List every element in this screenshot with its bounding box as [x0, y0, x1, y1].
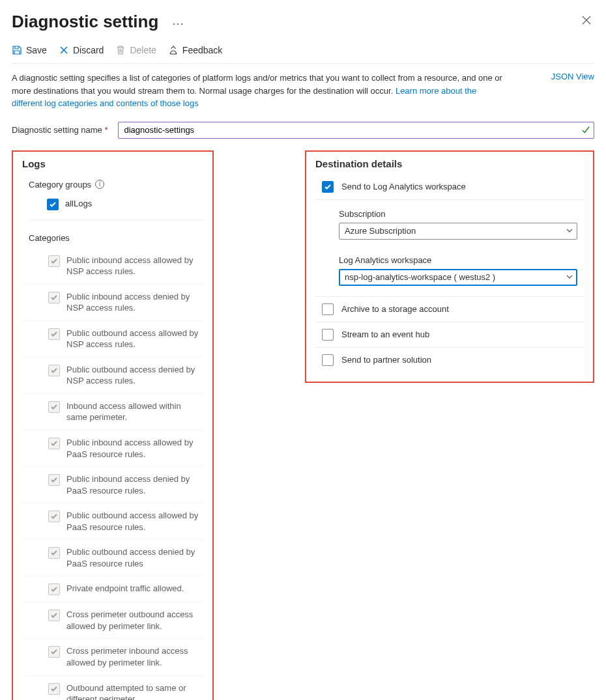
partner-label: Send to partner solution — [341, 355, 431, 365]
send-law-label: Send to Log Analytics workspace — [341, 182, 466, 191]
category-label: Public inbound access denied by NSP acce… — [66, 291, 203, 314]
category-checkbox — [48, 511, 60, 522]
category-label: Public outbound access allowed by NSP ac… — [66, 328, 203, 350]
category-label: Cross perimeter inbound access allowed b… — [66, 645, 203, 668]
category-label: Public inbound access allowed by NSP acc… — [66, 255, 203, 277]
category-checkbox — [48, 646, 60, 658]
category-checkbox — [48, 292, 60, 303]
feedback-button[interactable]: Feedback — [168, 45, 222, 55]
category-row: Public outbound access denied by PaaS re… — [22, 540, 203, 576]
category-checkbox — [48, 547, 60, 559]
archive-label: Archive to a storage account — [341, 304, 449, 314]
category-groups-label: Category groups i — [22, 175, 203, 195]
category-row: Public outbound access allowed by PaaS r… — [22, 503, 203, 540]
category-checkbox — [48, 365, 60, 376]
category-row: Public inbound access allowed by PaaS re… — [22, 430, 203, 467]
category-label: Cross perimeter outbound access allowed … — [66, 609, 203, 632]
destination-title: Destination details — [315, 158, 584, 175]
all-logs-label: allLogs — [65, 199, 92, 208]
category-checkbox — [48, 255, 60, 267]
category-row: Public inbound access denied by NSP acce… — [22, 285, 203, 321]
category-checkbox — [48, 401, 60, 413]
category-label: Public outbound access denied by PaaS re… — [66, 546, 203, 569]
command-toolbar: Save Discard Delete Feedback — [12, 32, 594, 64]
category-label: Public inbound access allowed by PaaS re… — [66, 437, 203, 460]
description-text: A diagnostic setting specifies a list of… — [12, 72, 507, 110]
delete-label: Delete — [130, 45, 156, 55]
category-label: Public inbound access denied by PaaS res… — [66, 473, 203, 496]
json-view-link[interactable]: JSON View — [551, 72, 594, 81]
send-law-checkbox[interactable] — [322, 181, 334, 193]
category-row: Private endpoint traffic allowed. — [22, 576, 203, 602]
partner-checkbox[interactable] — [322, 354, 334, 366]
category-row: Public inbound access allowed by NSP acc… — [22, 248, 203, 285]
category-label: Inbound access allowed within same perim… — [66, 400, 203, 423]
category-label: Outbound attempted to same or different … — [66, 682, 203, 700]
destination-panel: Destination details Send to Log Analytic… — [305, 150, 594, 383]
category-row: Inbound access allowed within same perim… — [22, 394, 203, 430]
category-checkbox — [48, 438, 60, 449]
category-checkbox — [48, 583, 60, 595]
category-row: Cross perimeter inbound access allowed b… — [22, 639, 203, 675]
category-label: Public outbound access denied by NSP acc… — [66, 364, 203, 387]
category-checkbox — [48, 683, 60, 695]
valid-check-icon — [581, 125, 590, 137]
categories-label: Categories — [22, 225, 203, 248]
category-checkbox — [48, 609, 60, 621]
logs-panel: Logs Category groups i allLogs Categorie… — [12, 150, 214, 701]
law-select[interactable]: nsp-log-analytics-workspace ( westus2 ) — [339, 269, 577, 286]
archive-checkbox[interactable] — [322, 303, 334, 315]
setting-name-input[interactable] — [118, 122, 594, 139]
eventhub-label: Stream to an event hub — [341, 329, 429, 339]
close-icon[interactable] — [579, 12, 594, 31]
subscription-select[interactable]: Azure Subscription — [339, 223, 577, 240]
category-checkbox — [48, 474, 60, 486]
discard-button[interactable]: Discard — [59, 45, 104, 55]
subscription-label: Subscription — [315, 200, 584, 221]
category-label: Private endpoint traffic allowed. — [66, 583, 184, 595]
more-icon[interactable]: ⋯ — [168, 16, 188, 31]
save-label: Save — [26, 45, 47, 55]
setting-name-label: Diagnostic setting name * — [12, 125, 108, 135]
page-title: Diagnostic setting — [12, 12, 158, 31]
category-row: Public inbound access denied by PaaS res… — [22, 467, 203, 503]
delete-button: Delete — [115, 45, 156, 55]
logs-title: Logs — [22, 158, 203, 175]
info-icon[interactable]: i — [95, 180, 104, 189]
feedback-label: Feedback — [182, 45, 222, 55]
discard-label: Discard — [73, 45, 104, 55]
category-checkbox — [48, 328, 60, 340]
law-label: Log Analytics workspace — [315, 246, 584, 268]
category-row: Public outbound access allowed by NSP ac… — [22, 321, 203, 357]
category-row: Cross perimeter outbound access allowed … — [22, 602, 203, 639]
eventhub-checkbox[interactable] — [322, 329, 334, 341]
category-label: Public outbound access allowed by PaaS r… — [66, 510, 203, 533]
category-row: Outbound attempted to same or different … — [22, 676, 203, 700]
save-button[interactable]: Save — [12, 45, 47, 55]
category-row: Public outbound access denied by NSP acc… — [22, 357, 203, 394]
all-logs-checkbox[interactable] — [47, 199, 59, 210]
